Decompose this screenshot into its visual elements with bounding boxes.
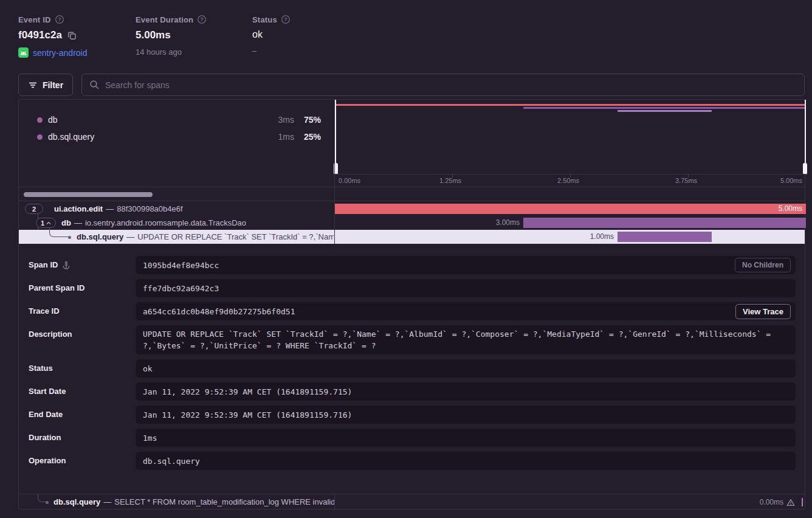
start-date-value-box: Jan 11, 2022 9:52:39 AM CET (1641891159.… (136, 382, 796, 401)
span-bar-track: 1.00ms (335, 230, 806, 244)
span-tree: 2 ui.action.edit—88f300998a0b4e6f 5.00ms… (19, 202, 805, 244)
event-duration-block: Event Duration ? 5.00ms 14 hours ago (136, 15, 207, 57)
horizontal-scrollbar[interactable] (24, 192, 153, 197)
help-icon[interactable]: ? (197, 15, 207, 24)
event-id-value: f0491c2a (18, 29, 62, 41)
status-value-box: ok (136, 359, 796, 378)
description-value-box: UPDATE OR REPLACE `Track` SET `TrackId` … (136, 325, 796, 354)
footer-divider (334, 494, 335, 510)
help-icon[interactable]: ? (281, 15, 291, 24)
detail-label-span-id: Span ID (29, 256, 71, 274)
waterfall-header-zone: db 3ms 75% db.sql.query 1ms 25% (19, 100, 805, 187)
span-bar[interactable] (618, 232, 712, 242)
status-block: Status ? ok – (252, 15, 291, 55)
detail-label-start-date: Start Date (29, 382, 66, 401)
search-icon (89, 80, 100, 90)
span-duration-label: 1.00ms (590, 230, 614, 244)
children-count-badge[interactable]: 2 (25, 204, 43, 214)
children-count-badge-collapsible[interactable]: 1 (36, 218, 56, 228)
legend-percent: 25% (294, 132, 321, 142)
axis-tick-label: 3.75ms (675, 177, 697, 184)
span-duration-label: 0.00ms (760, 494, 795, 510)
no-children-badge: No Children (735, 258, 791, 272)
axis-tick-label: 0.00ms (339, 177, 360, 184)
operation-value-box: db.sql.query (136, 452, 796, 470)
axis-tick-label: 1.25ms (439, 177, 461, 184)
warning-icon (786, 499, 795, 506)
axis-tick-label: 2.50ms (557, 177, 579, 184)
status-label: Status (252, 15, 277, 24)
span-row-query-selected[interactable]: db.sql.query—UPDATE OR REPLACE `Track` S… (19, 230, 805, 244)
op-color-dot (37, 117, 43, 123)
legend-op-name: db (48, 115, 58, 125)
tree-connector-dot (46, 501, 49, 504)
help-icon[interactable]: ? (55, 15, 64, 24)
filter-button-label: Filter (43, 80, 63, 90)
span-details-section: Span ID 1095bd4ef8e94bcc No Children Par… (19, 244, 805, 494)
copy-icon[interactable] (67, 30, 77, 41)
legend-op-name: db.sql.query (48, 132, 94, 142)
event-age: 14 hours ago (136, 47, 182, 57)
status-value: ok (252, 29, 263, 40)
filter-button[interactable]: Filter (18, 74, 73, 96)
span-bar[interactable] (335, 204, 806, 214)
minimap-span-query (618, 110, 712, 112)
span-bar-track: 5.00ms (335, 202, 806, 216)
event-id-label: Event ID (18, 15, 51, 24)
span-detail-page: Event ID ? f0491c2a (0, 0, 812, 518)
legend-item-db: db 3ms 75% (19, 112, 334, 127)
span-row-db[interactable]: 1 db—io.sentry.android.roomsample.data.T… (19, 216, 805, 230)
trace-minimap[interactable] (335, 100, 806, 174)
search-input[interactable] (105, 80, 797, 90)
span-row-title: db.sql.query—SELECT * FROM room_table_mo… (53, 494, 334, 510)
span-row-transaction[interactable]: 2 ui.action.edit—88f300998a0b4e6f 5.00ms (19, 202, 805, 216)
detail-label-description: Description (29, 325, 72, 344)
anchor-icon[interactable] (62, 261, 71, 269)
minimap-right-grip[interactable] (803, 163, 807, 174)
svg-text:?: ? (58, 16, 61, 22)
duration-value-box: 1ms (136, 429, 796, 447)
op-color-dot (37, 134, 43, 140)
span-row-title: db.sql.query—UPDATE OR REPLACE `Track` S… (77, 230, 334, 244)
span-row-footer-query[interactable]: db.sql.query—SELECT * FROM room_table_mo… (19, 494, 805, 509)
minimap-span-db (523, 107, 806, 109)
parent-span-id-value-box: ffe7dbc92a6942c3 (136, 279, 796, 297)
view-trace-button[interactable]: View Trace (735, 304, 791, 319)
detail-label-end-date: End Date (29, 406, 63, 424)
axis-tick-label: 5.00ms (780, 177, 802, 184)
minimap-span-transaction (335, 104, 806, 106)
span-bar[interactable] (523, 218, 806, 228)
project-link[interactable]: sentry-android (33, 48, 88, 58)
time-axis: 0.00ms 1.25ms 2.50ms 3.75ms 5.00ms (335, 174, 806, 187)
status-sub: – (252, 46, 256, 55)
span-id-value-box: 1095bd4ef8e94bcc No Children (136, 256, 796, 274)
detail-label-duration: Duration (29, 429, 61, 447)
span-duration-label: 3.00ms (496, 216, 520, 230)
trace-id-value-box: a654cc61dc0b48ef9d0b27275b6f0d51 View Tr… (136, 302, 796, 320)
svg-text:?: ? (201, 16, 204, 22)
detail-label-status: Status (29, 359, 53, 378)
tree-connector-dot (68, 236, 71, 239)
svg-text:?: ? (284, 16, 287, 22)
span-bar-track: 3.00ms (335, 216, 806, 230)
event-id-block: Event ID ? f0491c2a (18, 15, 88, 58)
horizontal-scroll-band (19, 188, 805, 201)
span-duration-label: 5.00ms (779, 202, 802, 216)
android-platform-icon (18, 47, 29, 58)
legend-duration: 1ms (258, 132, 294, 142)
chevron-up-icon (46, 221, 51, 225)
span-row-title: ui.action.edit—88f300998a0b4e6f (54, 202, 334, 216)
detail-label-trace-id: Trace ID (29, 302, 60, 320)
span-row-title: db—io.sentry.android.roomsample.data.Tra… (61, 216, 334, 230)
zero-duration-marker (802, 498, 803, 506)
detail-label-operation: Operation (29, 452, 66, 470)
filter-icon (28, 80, 38, 90)
detail-label-parent-span-id: Parent Span ID (29, 279, 84, 297)
end-date-value-box: Jan 11, 2022 9:52:39 AM CET (1641891159.… (136, 406, 796, 424)
event-duration-value: 5.00ms (136, 29, 171, 41)
tree-connector (49, 228, 69, 237)
panel-column-divider (334, 100, 335, 244)
legend-percent: 75% (294, 115, 321, 125)
span-search-box (81, 74, 805, 96)
legend-item-db-sql-query: db.sql.query 1ms 25% (19, 130, 334, 144)
